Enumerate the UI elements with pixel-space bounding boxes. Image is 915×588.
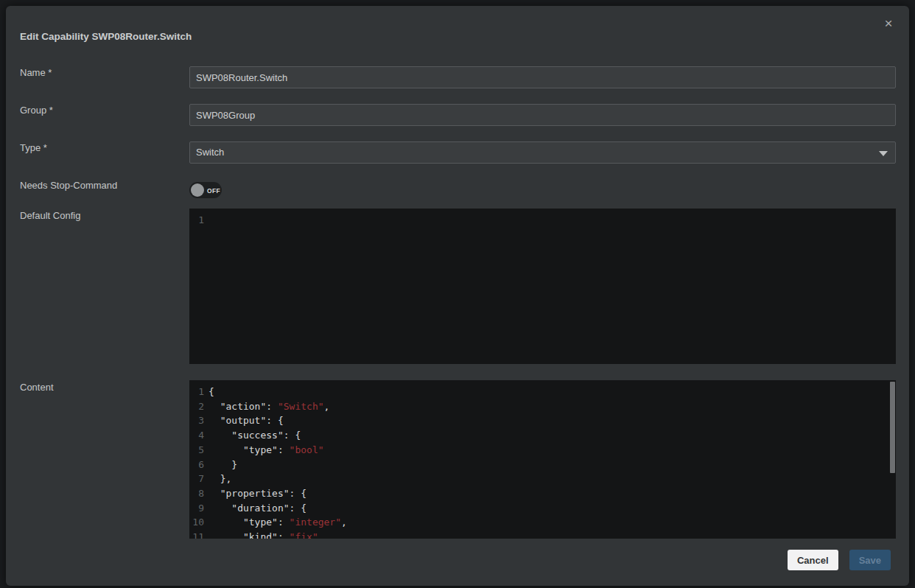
name-input[interactable] — [189, 66, 896, 88]
needs-stop-command-toggle[interactable]: OFF — [189, 182, 222, 198]
cancel-button[interactable]: Cancel — [788, 550, 838, 570]
default-config-editor[interactable]: 1 — [189, 209, 896, 364]
type-select-value: Switch — [196, 147, 224, 158]
code-line: 9 "duration": { — [189, 501, 896, 516]
group-label: Group * — [20, 105, 53, 116]
code-line: 6 } — [189, 458, 896, 472]
content-label: Content — [20, 382, 54, 393]
content-editor[interactable]: 1{2 "action": "Switch",3 "output": {4 "s… — [189, 380, 896, 539]
code-line: 1{ — [189, 385, 896, 399]
code-line: 5 "type": "bool" — [189, 443, 896, 458]
code-line: 3 "output": { — [189, 413, 896, 428]
code-line: 8 "properties": { — [189, 486, 896, 501]
group-input[interactable] — [189, 104, 896, 126]
code-line: 2 "action": "Switch", — [189, 399, 896, 414]
dialog-footer: Cancel Save — [788, 550, 891, 570]
type-select[interactable]: Switch — [189, 141, 896, 164]
code-line: 10 "type": "integer", — [189, 515, 896, 530]
toggle-state-label: OFF — [207, 187, 220, 195]
code-line: 7 }, — [189, 472, 896, 486]
needs-stop-command-label: Needs Stop-Command — [20, 180, 117, 191]
type-label: Type * — [20, 142, 47, 153]
code-line: 11 "kind": "fix" — [189, 530, 896, 539]
code-line: 1 — [189, 213, 896, 228]
default-config-label: Default Config — [20, 210, 80, 221]
save-button[interactable]: Save — [849, 550, 891, 570]
chevron-down-icon — [879, 151, 888, 156]
code-line: 4 "success": { — [189, 428, 896, 443]
toggle-knob — [191, 183, 204, 197]
name-label: Name * — [20, 67, 52, 78]
edit-capability-dialog: × Edit Capability SWP08Router.Switch Nam… — [6, 6, 909, 586]
dialog-title: Edit Capability SWP08Router.Switch — [20, 31, 192, 42]
default-config-editor-lines: 1 — [189, 209, 896, 228]
close-icon[interactable]: × — [880, 15, 897, 32]
content-editor-scrollbar[interactable] — [890, 382, 895, 473]
content-editor-lines: 1{2 "action": "Switch",3 "output": {4 "s… — [189, 380, 896, 539]
screen-backdrop: × Edit Capability SWP08Router.Switch Nam… — [0, 0, 915, 588]
